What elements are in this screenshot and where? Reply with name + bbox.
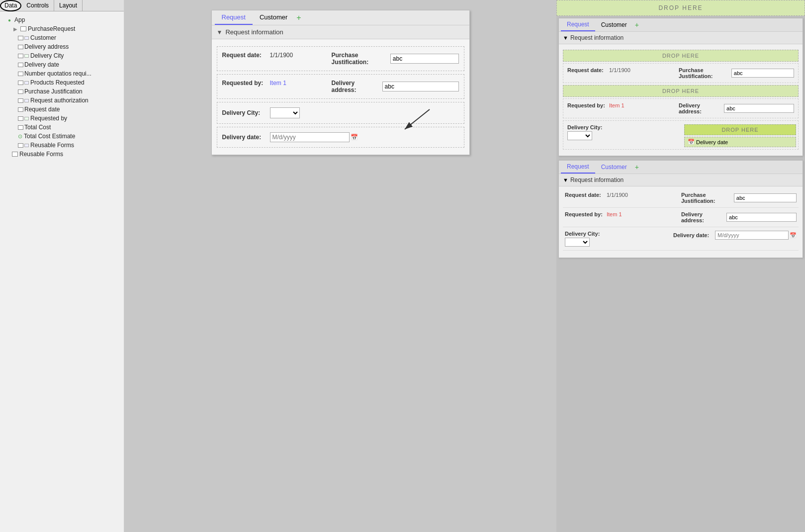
tree-request-authorization[interactable]: Request authorization bbox=[2, 96, 122, 105]
preview-top-purchase-justification-label: Purchase Justification: bbox=[679, 67, 729, 79]
requested-by-sub-icon bbox=[24, 117, 29, 120]
preview-bottom-add-tab[interactable]: + bbox=[635, 163, 639, 171]
preview-top-add-tab[interactable]: + bbox=[635, 21, 639, 29]
svg-line-1 bbox=[405, 109, 430, 129]
preview-top-purchase-justification-input[interactable] bbox=[731, 69, 794, 78]
customer-icon bbox=[18, 36, 23, 40]
tree-request-date[interactable]: Request date bbox=[2, 105, 122, 114]
preview-bottom-tab-customer[interactable]: Customer bbox=[595, 161, 633, 173]
preview-bottom-cell-purchase-justification: Purchase Justification: bbox=[679, 190, 799, 205]
requested-by-icon bbox=[18, 116, 23, 121]
preview-bottom-row-requested-by: Requested by: Item 1 Delivery address: bbox=[563, 210, 799, 227]
preview-bottom-delivery-address-input[interactable] bbox=[726, 213, 797, 222]
request-date-icon bbox=[18, 107, 23, 112]
collapse-icon[interactable]: ▼ bbox=[217, 29, 223, 36]
tab-controls[interactable]: Controls bbox=[21, 0, 54, 11]
preview-top-delivery-date-label: Delivery date bbox=[696, 139, 728, 145]
center-tab-customer[interactable]: Customer bbox=[253, 10, 294, 25]
preview-top-delivery-address-input[interactable] bbox=[724, 104, 794, 113]
tree-purchaserequest[interactable]: ▶ PurchaseRequest bbox=[2, 24, 122, 33]
row-delivery-city: Delivery City: bbox=[217, 102, 464, 124]
preview-top-cell-delivery-address: Delivery address: bbox=[677, 101, 796, 116]
preview-bottom-request-date-value: 1/1/1900 bbox=[607, 192, 628, 198]
preview-bottom-tabs: Request Customer + bbox=[559, 161, 803, 174]
preview-top-tab-customer[interactable]: Customer bbox=[595, 19, 633, 31]
tree-number-quotatios[interactable]: Number quotatios requi... bbox=[2, 69, 122, 78]
tree-app[interactable]: ● App bbox=[2, 15, 122, 24]
section-title: Request information bbox=[225, 28, 283, 36]
calendar-icon: 📅 bbox=[351, 134, 358, 141]
tree-reusable-forms[interactable]: Reusable Forms bbox=[2, 150, 122, 159]
tree-container: ● App ▶ PurchaseRequest Customer Deliver… bbox=[0, 11, 124, 532]
tree-customer[interactable]: Customer bbox=[2, 33, 122, 42]
delivery-address-icon bbox=[18, 45, 23, 49]
cell-delivery-address: Delivery address: bbox=[330, 78, 461, 95]
preview-bottom-delivery-address-label: Delivery address: bbox=[681, 211, 724, 223]
preview-bottom-purchase-justification-label: Purchase Justification: bbox=[681, 192, 732, 204]
purchase-justification-field-label: Purchase Justification: bbox=[332, 52, 387, 66]
preview-panel-top: Request Customer + ▼ Request information… bbox=[558, 18, 803, 156]
preview-top-request-date-label: Request date: bbox=[567, 67, 607, 73]
preview-bottom-delivery-date-input[interactable] bbox=[715, 231, 789, 240]
tree-requested-by[interactable]: Requested by bbox=[2, 114, 122, 123]
preview-bottom-delivery-date-label: Delivery date: bbox=[673, 232, 713, 238]
delivery-address-input[interactable] bbox=[382, 82, 459, 91]
delivery-city-select[interactable] bbox=[270, 107, 300, 118]
preview-bottom-cal-icon: 📅 bbox=[790, 232, 797, 239]
center-form-tabs: Request Customer + bbox=[212, 10, 469, 25]
purchaserequest-label: PurchaseRequest bbox=[28, 25, 75, 32]
tab-layout[interactable]: Layout bbox=[54, 0, 83, 11]
preview-top-tab-request[interactable]: Request bbox=[561, 18, 595, 31]
preview-bottom-delivery-city-select[interactable] bbox=[565, 238, 590, 247]
tree-delivery-city[interactable]: Delivery City bbox=[2, 51, 122, 60]
preview-top-requested-by-value[interactable]: Item 1 bbox=[609, 102, 625, 108]
preview-top-row-requested-by: Requested by: Item 1 Delivery address: bbox=[563, 98, 799, 118]
add-tab-button[interactable]: + bbox=[296, 13, 301, 22]
preview-bottom-tab-request[interactable]: Request bbox=[561, 161, 595, 174]
delivery-date-input[interactable] bbox=[270, 132, 350, 142]
tab-data[interactable]: Data bbox=[0, 0, 21, 11]
preview-bottom-requested-by-value[interactable]: Item 1 bbox=[607, 211, 622, 217]
center-tab-request[interactable]: Request bbox=[215, 10, 253, 25]
tree-reusable-forms-child[interactable]: Reusable Forms bbox=[2, 141, 122, 150]
preview-top-drop-1[interactable]: DROP HERE bbox=[563, 50, 799, 62]
tree-total-cost[interactable]: Total Cost bbox=[2, 123, 122, 132]
preview-top-drop-date-area: DROP HERE 📅 Delivery date bbox=[684, 123, 796, 147]
preview-bottom-requested-by-label: Requested by: bbox=[565, 211, 605, 217]
delivery-city-sub-icon bbox=[24, 54, 29, 58]
total-cost-estimate-label: Total Cost Estimate bbox=[24, 133, 75, 140]
reusable-forms-child-icon bbox=[18, 143, 23, 148]
preview-bottom-purchase-justification-input[interactable] bbox=[734, 193, 797, 202]
tree-products-requested[interactable]: Products Requested bbox=[2, 78, 122, 87]
preview-top-cell-request-date: Request date: 1/1/1900 bbox=[565, 66, 677, 75]
drop-zone-top[interactable]: DROP HERE bbox=[556, 0, 805, 16]
preview-top-drop-2[interactable]: DROP HERE bbox=[563, 85, 799, 97]
requested-by-value[interactable]: Item 1 bbox=[270, 80, 286, 87]
preview-top-drop-3[interactable]: DROP HERE bbox=[684, 124, 796, 135]
preview-bottom-collapse-icon[interactable]: ▼ bbox=[563, 177, 568, 183]
tree-delivery-address[interactable]: Delivery address bbox=[2, 42, 122, 51]
tree-purchase-justification[interactable]: Purchase Justification bbox=[2, 87, 122, 96]
expand-icon: ▶ bbox=[12, 25, 19, 32]
delivery-city-icon bbox=[18, 54, 23, 58]
preview-top-cell-requested-by: Requested by: Item 1 bbox=[565, 101, 677, 110]
purchase-justification-input[interactable] bbox=[390, 54, 459, 64]
preview-top-row-request-date: Request date: 1/1/1900 Purchase Justific… bbox=[563, 63, 799, 83]
request-date-label: Request date bbox=[24, 106, 60, 113]
preview-bottom-cell-delivery-date: Delivery date: 📅 bbox=[671, 229, 799, 241]
preview-top-delivery-date-drop[interactable]: 📅 Delivery date bbox=[684, 137, 796, 147]
request-auth-icon bbox=[18, 98, 23, 103]
preview-top-tabs: Request Customer + bbox=[559, 18, 803, 32]
preview-top-row-delivery-city: Delivery City: DROP HERE 📅 Delivery date bbox=[563, 120, 799, 150]
delivery-date-icon bbox=[18, 63, 23, 67]
purchase-justification-label: Purchase Justification bbox=[24, 88, 83, 95]
tree-delivery-date[interactable]: Delivery date bbox=[2, 60, 122, 69]
center-form-panel: Request Customer + ▼ Request information… bbox=[211, 10, 470, 155]
number-quotatios-icon bbox=[18, 72, 23, 76]
preview-panel-bottom: Request Customer + ▼ Request information… bbox=[558, 160, 803, 258]
preview-top-delivery-city-select[interactable] bbox=[567, 131, 592, 140]
preview-bottom-cell-delivery-address: Delivery address: bbox=[679, 210, 799, 225]
preview-top-collapse-icon[interactable]: ▼ bbox=[563, 35, 568, 41]
tree-total-cost-estimate[interactable]: ⊙ Total Cost Estimate bbox=[2, 132, 122, 141]
center-area: Request Customer + ▼ Request information… bbox=[124, 0, 556, 532]
